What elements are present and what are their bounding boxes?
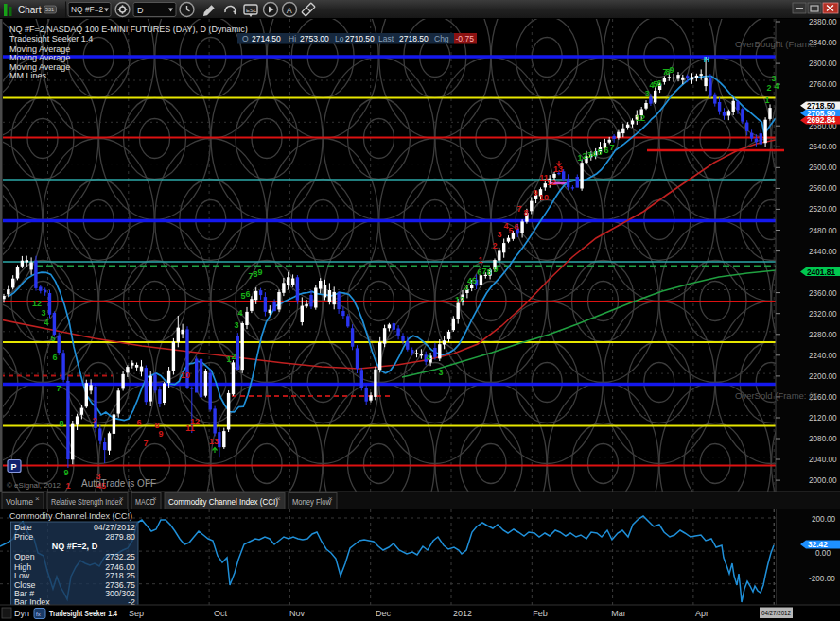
svg-text:300/302: 300/302 [105,589,135,598]
svg-text:200.00: 200.00 [812,515,835,524]
svg-text:3: 3 [438,368,443,377]
svg-text:A: A [287,6,292,15]
svg-text:H: H [704,55,710,64]
svg-text:×: × [119,494,124,503]
svg-text:12: 12 [547,178,556,187]
svg-text:Moving Average: Moving Average [9,53,70,62]
svg-text:5: 5 [597,147,602,157]
svg-text:2760.00: 2760.00 [809,80,837,89]
svg-text:Volume: Volume [6,497,33,507]
svg-text:6: 6 [136,418,141,427]
svg-text:7: 7 [609,143,614,152]
svg-text:6: 6 [52,353,57,362]
svg-text:Tradesight Seeker 1.4: Tradesight Seeker 1.4 [9,34,93,43]
svg-text:D: D [137,6,144,15]
svg-text:Last: Last [378,34,394,43]
svg-text:Price: Price [14,532,33,542]
svg-text:4: 4 [237,308,242,318]
svg-text:1: 1 [764,95,769,105]
svg-text:2718.50: 2718.50 [399,34,429,43]
svg-text:12: 12 [32,299,42,308]
svg-text:9: 9 [158,429,163,439]
svg-text:High: High [14,562,31,572]
svg-text:Commodity Channel Index (CCI): Commodity Channel Index (CCI) [9,511,132,521]
svg-text:NQ #F=2: NQ #F=2 [71,5,104,14]
svg-text:2879.80: 2879.80 [105,532,135,542]
svg-text:4: 4 [774,81,779,91]
svg-text:Relative Strength Index: Relative Strength Index [51,497,123,507]
svg-text:-0.75: -0.75 [456,34,475,43]
svg-text:NQ #F=2,NASDAQ 100 E-MINI FUTU: NQ #F=2,NASDAQ 100 E-MINI FUTURES (DAY),… [9,25,248,34]
svg-text:5: 5 [508,226,513,235]
svg-text:2120.00: 2120.00 [809,414,837,423]
svg-text:12: 12 [190,417,200,426]
svg-text:Moving Average: Moving Average [9,44,70,54]
svg-text:Date: Date [14,523,32,532]
svg-text:2000.00: 2000.00 [809,476,837,485]
svg-text:-200.00: -200.00 [809,575,835,583]
svg-text:8: 8 [59,419,63,428]
svg-text:2240.00: 2240.00 [809,352,837,360]
svg-text:04/27/2012: 04/27/2012 [761,609,791,617]
svg-text:45: 45 [467,276,477,285]
svg-text:fx: fx [36,612,41,617]
svg-text:Sep: Sep [129,609,144,618]
svg-text:531: 531 [45,7,54,12]
svg-text:Dec: Dec [376,609,392,618]
svg-text:3: 3 [41,308,45,318]
svg-text:10: 10 [539,193,549,202]
svg-text:2692.84: 2692.84 [807,115,835,125]
svg-text:9: 9 [669,65,674,75]
svg-text:OverSold (Frame: (S: OverSold (Frame: (S [735,390,818,401]
svg-text:12: 12 [455,295,464,304]
svg-text:2480.00: 2480.00 [809,227,837,235]
svg-text:7: 7 [56,384,61,393]
svg-text:AutoTrade is OFF: AutoTrade is OFF [81,478,156,489]
svg-text:2080.00: 2080.00 [809,435,837,443]
svg-text:Hi: Hi [289,34,296,43]
svg-text:Apr: Apr [695,609,709,618]
svg-text:3: 3 [497,230,501,239]
svg-text:2710.50: 2710.50 [345,34,375,43]
svg-text:Bar #: Bar # [14,589,34,598]
svg-text:2714.50: 2714.50 [252,34,281,43]
svg-text:Feb: Feb [533,609,548,618]
svg-text:4: 4 [591,149,596,159]
svg-text:9: 9 [493,265,498,274]
svg-text:2401.81: 2401.81 [807,267,835,277]
svg-text:2: 2 [492,241,497,250]
svg-text:2732.25: 2732.25 [105,552,135,561]
svg-text:NQ #F=2, D: NQ #F=2, D [52,542,98,551]
svg-text:1: 1 [478,255,482,265]
svg-text:4: 4 [426,353,430,362]
svg-text:7: 7 [516,204,521,214]
svg-text:2320.00: 2320.00 [809,310,837,319]
svg-text:2746.00: 2746.00 [105,562,135,572]
svg-text:MM Lines: MM Lines [9,71,47,80]
svg-text:Low: Low [14,571,30,580]
svg-text:Chg: Chg [434,34,449,43]
svg-text:9: 9 [63,468,68,477]
svg-text:P: P [11,462,17,472]
svg-text:Mar: Mar [611,609,626,618]
svg-text:ESL: ESL [246,8,257,13]
svg-text:2640.00: 2640.00 [809,143,837,151]
svg-text:8: 8 [523,208,528,217]
svg-text:2: 2 [231,352,236,361]
svg-text:2800.00: 2800.00 [809,60,837,68]
svg-text:4: 4 [44,318,48,327]
svg-text:13: 13 [553,164,563,174]
svg-text:Chart: Chart [18,5,42,15]
svg-text:9: 9 [257,267,262,277]
svg-text:Dyn: Dyn [14,609,29,618]
svg-text:6: 6 [656,78,661,88]
svg-text:9: 9 [533,188,537,198]
svg-text:OverBought (Frame:: OverBought (Frame: [735,39,817,49]
svg-text:Oct: Oct [214,609,228,618]
svg-text:×: × [328,494,333,503]
svg-text:2718.25: 2718.25 [105,571,135,580]
svg-text:0.00: 0.00 [815,549,831,558]
svg-text:Tradesight Seeker 1.4: Tradesight Seeker 1.4 [49,608,118,618]
svg-text:04/27/2012: 04/27/2012 [94,523,135,532]
svg-text:3: 3 [644,89,649,98]
